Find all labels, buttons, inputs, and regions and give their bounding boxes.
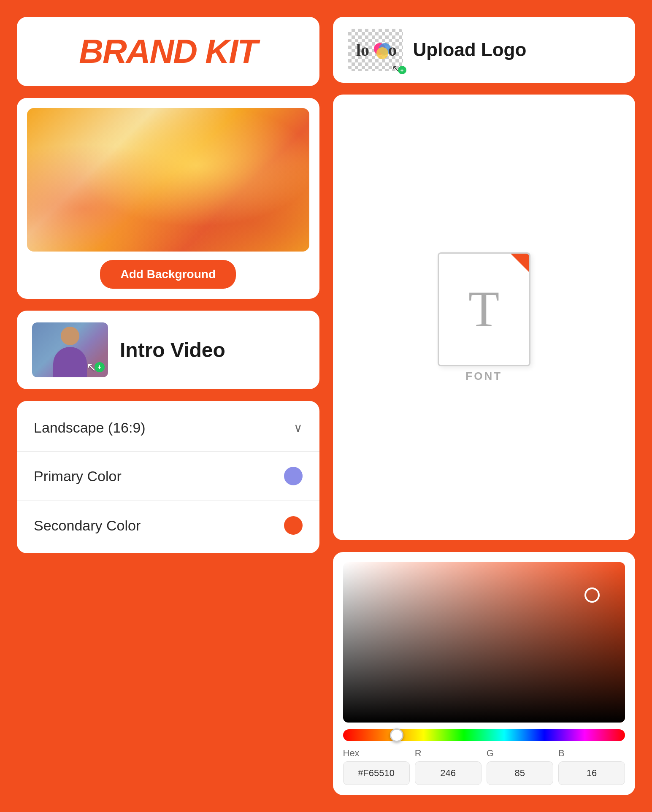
svg-text:lo: lo xyxy=(356,41,369,60)
cursor-plus-overlay: ↖ + xyxy=(87,360,105,374)
logo-svg: lo o xyxy=(354,37,397,62)
brand-kit-title: BRAND KIT xyxy=(79,32,257,71)
left-column: BRAND KIT Add Background ↖ + Intro Video xyxy=(17,17,319,795)
intro-video-card: ↖ + Intro Video xyxy=(17,311,319,389)
logo-checkerboard: lo o ↖ + xyxy=(348,29,403,71)
background-card: Add Background xyxy=(17,98,319,299)
brand-kit-card: BRAND KIT xyxy=(17,17,319,86)
background-preview xyxy=(27,108,309,252)
svg-point-3 xyxy=(376,47,388,59)
add-background-button[interactable]: Add Background xyxy=(100,260,236,289)
color-inputs-row: Hex R G B xyxy=(343,748,625,785)
g-label: G xyxy=(487,748,553,759)
main-grid: BRAND KIT Add Background ↖ + Intro Video xyxy=(17,17,635,795)
b-input-group: B xyxy=(558,748,625,785)
secondary-color-label: Secondary Color xyxy=(34,517,141,534)
chevron-down-icon: ∨ xyxy=(294,421,303,435)
hue-slider[interactable] xyxy=(343,729,625,741)
color-picker-handle[interactable] xyxy=(584,587,600,603)
hex-label: Hex xyxy=(343,748,410,759)
font-letter-icon: T xyxy=(468,284,499,335)
upload-logo-card[interactable]: lo o ↖ + Upload Logo xyxy=(333,17,636,83)
person-body xyxy=(53,347,87,377)
r-label: R xyxy=(415,748,482,759)
hex-input-group: Hex xyxy=(343,748,410,785)
color-picker-card: Hex R G B xyxy=(333,552,636,795)
video-thumbnail: ↖ + xyxy=(32,322,108,377)
aspect-ratio-label: Landscape (16:9) xyxy=(34,420,146,436)
font-icon: T FONT xyxy=(438,252,530,383)
logo-plus-icon: + xyxy=(398,66,406,74)
primary-color-label: Primary Color xyxy=(34,468,122,484)
person-figure xyxy=(51,327,89,377)
upload-logo-label: Upload Logo xyxy=(413,39,527,60)
secondary-color-row[interactable]: Secondary Color xyxy=(17,501,319,550)
r-input[interactable] xyxy=(415,761,482,785)
font-label: FONT xyxy=(465,370,502,383)
g-input-group: G xyxy=(487,748,553,785)
plus-circle-icon: + xyxy=(95,362,105,372)
primary-color-row[interactable]: Primary Color xyxy=(17,452,319,501)
hex-input[interactable] xyxy=(343,761,410,785)
hue-slider-handle[interactable] xyxy=(390,728,403,742)
b-input[interactable] xyxy=(558,761,625,785)
svg-text:o: o xyxy=(388,41,397,60)
settings-card: Landscape (16:9) ∨ Primary Color Seconda… xyxy=(17,401,319,553)
b-label: B xyxy=(558,748,625,759)
r-input-group: R xyxy=(415,748,482,785)
secondary-color-swatch[interactable] xyxy=(284,516,303,535)
document-corner xyxy=(511,254,529,272)
aspect-ratio-value: ∨ xyxy=(294,421,303,435)
font-document: T xyxy=(438,252,530,366)
intro-video-label: Intro Video xyxy=(120,338,225,362)
logo-cursor-area: ↖ + xyxy=(392,63,406,74)
g-input[interactable] xyxy=(487,761,553,785)
aspect-ratio-row[interactable]: Landscape (16:9) ∨ xyxy=(17,404,319,452)
person-head xyxy=(61,327,79,345)
font-card[interactable]: T FONT xyxy=(333,95,636,540)
primary-color-swatch[interactable] xyxy=(284,467,303,485)
color-gradient-area[interactable] xyxy=(343,562,625,723)
right-column: lo o ↖ + Upload Logo T xyxy=(333,17,636,795)
logo-preview: lo o ↖ + xyxy=(348,29,403,71)
